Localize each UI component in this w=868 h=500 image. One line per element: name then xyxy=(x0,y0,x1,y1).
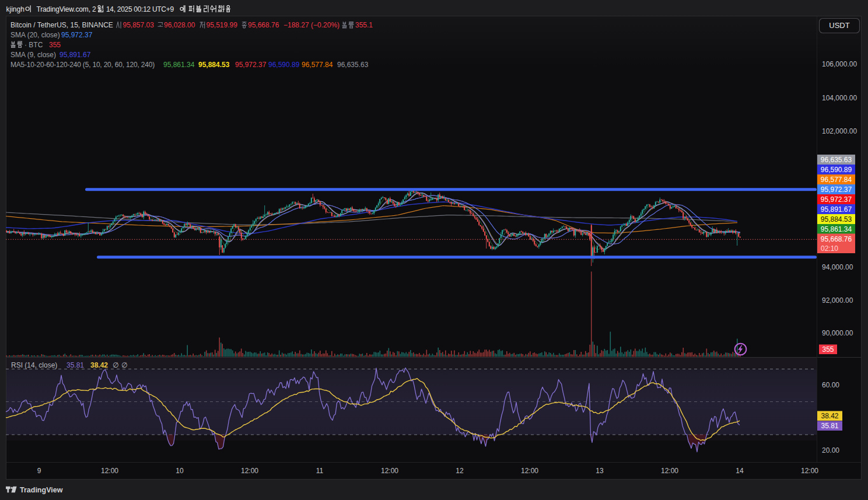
svg-text:12:00: 12:00 xyxy=(381,467,398,475)
svg-text:12:00: 12:00 xyxy=(521,467,538,475)
svg-text:USDT: USDT xyxy=(829,21,849,30)
svg-text:355: 355 xyxy=(822,345,834,354)
svg-text:95,884.53: 95,884.53 xyxy=(821,215,852,223)
svg-text:95,668.76: 95,668.76 xyxy=(821,235,852,243)
svg-text:95,972.37: 95,972.37 xyxy=(821,195,852,204)
svg-text:95,857.03: 95,857.03 xyxy=(123,21,155,29)
svg-text:9: 9 xyxy=(37,467,41,475)
svg-text:38.42: 38.42 xyxy=(821,412,838,420)
svg-text:10: 10 xyxy=(176,467,184,475)
svg-text:12:00: 12:00 xyxy=(801,467,818,475)
svg-text:96,590.89: 96,590.89 xyxy=(268,61,300,69)
svg-text:MA5-10-20-60-120-240 (5, 10, 2: MA5-10-20-60-120-240 (5, 10, 20, 60, 120… xyxy=(10,61,155,69)
svg-text:02:10: 02:10 xyxy=(821,244,838,253)
svg-text:96,590.89: 96,590.89 xyxy=(821,166,852,174)
svg-text:kjingh: kjingh xyxy=(6,5,24,13)
svg-text:95,861.34: 95,861.34 xyxy=(821,225,852,233)
svg-text:94,000.00: 94,000.00 xyxy=(822,263,853,271)
svg-text:96,577.84: 96,577.84 xyxy=(302,61,333,69)
svg-text:35.81: 35.81 xyxy=(66,361,84,369)
svg-text:−188.27 (−0.20%): −188.27 (−0.20%) xyxy=(284,21,340,29)
svg-text:95,668.76: 95,668.76 xyxy=(248,21,279,29)
svg-text:12: 12 xyxy=(456,467,464,475)
svg-text:90,000.00: 90,000.00 xyxy=(822,329,853,337)
svg-text:95,972.37: 95,972.37 xyxy=(61,31,93,39)
svg-text:92,000.00: 92,000.00 xyxy=(822,296,853,305)
svg-text:35.81: 35.81 xyxy=(821,422,838,430)
svg-text:95,519.99: 95,519.99 xyxy=(206,21,238,29)
svg-text:95,884.53: 95,884.53 xyxy=(198,61,230,69)
svg-text:38.42: 38.42 xyxy=(90,361,108,369)
svg-text:96,577.84: 96,577.84 xyxy=(821,176,852,184)
svg-text:102,000.00: 102,000.00 xyxy=(822,127,857,135)
svg-text:104,000.00: 104,000.00 xyxy=(822,94,857,102)
svg-text:12:00: 12:00 xyxy=(661,467,678,475)
svg-text:96,028.00: 96,028.00 xyxy=(164,21,195,29)
svg-text:· BTC: · BTC xyxy=(24,41,43,49)
svg-text:Bitcoin / TetherUS, 15, BINANC: Bitcoin / TetherUS, 15, BINANCE xyxy=(10,21,113,29)
svg-text:13: 13 xyxy=(596,467,604,475)
svg-text:96,635.63: 96,635.63 xyxy=(337,61,369,69)
svg-text:95,861.34: 95,861.34 xyxy=(163,61,195,69)
svg-text:95,891.67: 95,891.67 xyxy=(60,51,91,59)
svg-text:96,635.63: 96,635.63 xyxy=(821,156,852,164)
svg-text:95,972.37: 95,972.37 xyxy=(235,61,267,69)
svg-text:TradingView: TradingView xyxy=(20,486,63,494)
svg-text:SMA (9, close): SMA (9, close) xyxy=(10,51,56,59)
svg-text:355: 355 xyxy=(49,41,61,49)
svg-text:12:00: 12:00 xyxy=(241,467,258,475)
svg-text:∅: ∅ xyxy=(121,361,127,369)
svg-text:14: 14 xyxy=(736,467,744,475)
svg-text:14, 2025 00:12 UTC+9: 14, 2025 00:12 UTC+9 xyxy=(106,5,174,13)
svg-text:20.00: 20.00 xyxy=(822,446,839,454)
svg-text:12:00: 12:00 xyxy=(101,467,118,475)
svg-text:SMA (20, close): SMA (20, close) xyxy=(10,31,60,39)
svg-text:TradingView.com, 2: TradingView.com, 2 xyxy=(37,5,96,13)
svg-text:11: 11 xyxy=(316,467,324,475)
svg-text:95,891.67: 95,891.67 xyxy=(821,205,852,214)
svg-text:106,000.00: 106,000.00 xyxy=(822,60,857,68)
svg-text:∅: ∅ xyxy=(113,361,118,369)
svg-text:60.00: 60.00 xyxy=(822,381,839,389)
svg-text:355.1: 355.1 xyxy=(355,21,373,29)
svg-text:RSI (14, close): RSI (14, close) xyxy=(11,361,57,369)
svg-text:95,972.37: 95,972.37 xyxy=(821,186,852,194)
